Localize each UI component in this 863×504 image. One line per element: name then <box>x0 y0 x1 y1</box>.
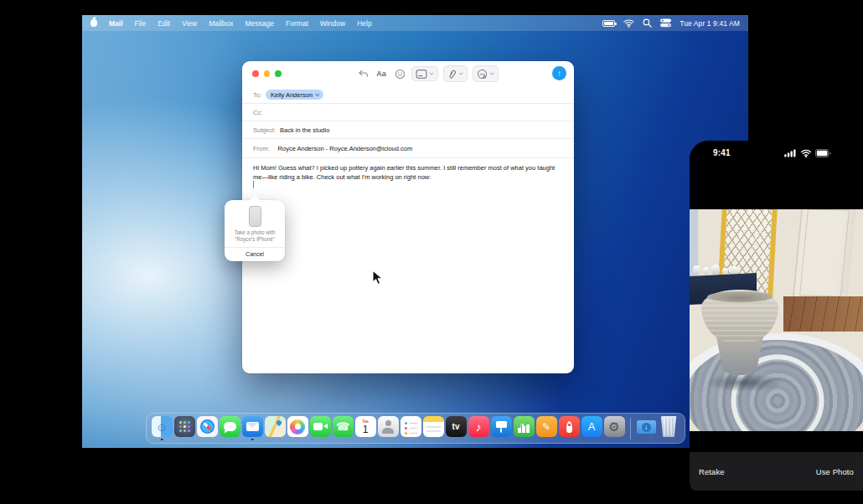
smiley-icon <box>395 69 406 80</box>
dock-icon-notes[interactable] <box>423 416 444 440</box>
camera-circle-icon <box>477 69 488 80</box>
dock-icon-maps[interactable] <box>265 416 286 440</box>
chevron-down-icon <box>458 72 463 75</box>
dock-icon-settings[interactable]: ⚙ <box>604 416 625 440</box>
dock-icon-downloads[interactable] <box>636 416 657 440</box>
control-center-icon[interactable] <box>660 18 671 28</box>
chevron-down-icon <box>429 72 434 75</box>
window-title-bar[interactable]: Aa <box>242 61 574 86</box>
menu-item-view[interactable]: View <box>182 19 197 28</box>
reminders-app-icon <box>400 416 421 437</box>
cancel-button[interactable]: Cancel <box>225 248 285 261</box>
menu-item-mailbox[interactable]: Mailbox <box>209 19 233 28</box>
menu-item-file[interactable]: File <box>135 19 147 28</box>
message-body[interactable]: Hi Mom! Guess what? I picked up pottery … <box>242 158 574 182</box>
send-button[interactable]: ↑ <box>552 66 566 80</box>
music-app-icon: ♪ <box>468 416 489 437</box>
close-button[interactable] <box>252 70 259 77</box>
from-field[interactable]: From: Royce Anderson - Royce.Anderson@ic… <box>242 139 574 158</box>
dock-icon-contacts[interactable] <box>378 416 399 440</box>
dock-icon-messages[interactable] <box>220 416 240 440</box>
menu-bar-clock[interactable]: Tue Apr 1 9:41 AM <box>680 19 740 28</box>
camera-action-bar: Retake Use Photo <box>690 452 863 491</box>
menu-item-message[interactable]: Message <box>245 19 274 28</box>
dock-icon-photos[interactable] <box>287 416 308 440</box>
menu-item-help[interactable]: Help <box>357 19 371 28</box>
tv-app-icon: tv <box>446 416 467 437</box>
facetime-app-icon <box>310 416 331 437</box>
photos-app-icon <box>287 416 308 437</box>
cc-field[interactable]: Cc: <box>242 104 574 121</box>
dock-icon-pages[interactable]: ✎ <box>536 416 557 440</box>
dock-icon-mail[interactable] <box>242 416 263 440</box>
photo-wood-floor <box>783 296 863 332</box>
dock-icon-music[interactable]: ♪ <box>468 416 489 440</box>
wifi-icon[interactable] <box>623 18 634 28</box>
recipient-name: Kelly Anderson <box>271 91 313 99</box>
pages-app-icon: ✎ <box>536 416 557 437</box>
mouse-cursor <box>372 270 383 285</box>
recipient-token[interactable]: Kelly Anderson <box>266 90 323 100</box>
dock-icon-keynote[interactable] <box>491 416 512 440</box>
zoom-button[interactable] <box>275 70 282 77</box>
mail-app-icon <box>242 416 263 437</box>
menu-app-name[interactable]: Mail <box>109 19 123 28</box>
cellular-bars-icon <box>784 149 797 157</box>
photo-letterbox <box>690 431 863 452</box>
emoji-button[interactable] <box>393 67 406 80</box>
dock-icon-launchpad[interactable] <box>174 416 195 440</box>
appstore-glyph: A <box>588 420 596 433</box>
retake-button[interactable]: Retake <box>699 467 725 476</box>
launchpad-app-icon <box>174 416 195 437</box>
dock-icon-trash[interactable] <box>659 416 680 440</box>
paperclip-icon <box>447 69 457 80</box>
menu-item-edit[interactable]: Edit <box>158 19 170 28</box>
apple-menu-icon[interactable] <box>90 19 97 27</box>
appstore-app-icon: A <box>581 416 602 437</box>
photo-browser-button[interactable] <box>411 66 438 81</box>
dock-icon-phone[interactable]: ☎ <box>333 416 354 440</box>
dock-icon-numbers[interactable] <box>514 416 535 440</box>
iphone-icon <box>249 206 261 227</box>
attach-button[interactable] <box>443 65 468 82</box>
menu-bar: Mail FileEditViewMailboxMessageFormatWin… <box>82 15 748 31</box>
dock-icon-rocket[interactable] <box>559 416 580 440</box>
trash-app-icon <box>660 416 678 437</box>
dock-icon-safari[interactable] <box>197 416 218 440</box>
battery-icon <box>815 149 831 157</box>
from-value: Royce Anderson - Royce.Anderson@icloud.c… <box>278 145 413 152</box>
phone-app-icon: ☎ <box>333 416 354 437</box>
photo-picker-icon <box>416 69 427 79</box>
format-button[interactable]: Aa <box>375 67 388 80</box>
mac-desktop: Mail FileEditViewMailboxMessageFormatWin… <box>82 15 748 448</box>
dock-icon-calendar[interactable]: Tue1 <box>355 416 376 440</box>
wifi-icon <box>800 149 812 157</box>
search-icon[interactable] <box>643 18 652 28</box>
maps-app-icon <box>265 416 286 437</box>
notes-app-icon <box>423 416 444 437</box>
minimize-button[interactable] <box>264 70 271 77</box>
dock-icon-facetime[interactable] <box>310 416 331 440</box>
running-indicator-dot <box>161 439 163 441</box>
use-photo-button[interactable]: Use Photo <box>816 467 854 476</box>
chevron-down-icon <box>315 91 320 96</box>
insert-from-iphone-button[interactable] <box>473 65 499 82</box>
keynote-app-icon <box>491 416 512 437</box>
menu-item-format[interactable]: Format <box>286 19 308 28</box>
photo-pot-shadow <box>705 373 783 392</box>
to-field[interactable]: To: Kelly Anderson <box>242 86 574 104</box>
cc-label: Cc: <box>253 109 262 116</box>
battery-icon[interactable] <box>602 20 615 27</box>
dock-icon-tv[interactable]: tv <box>446 416 467 440</box>
subject-value: Back in the studio <box>280 126 329 134</box>
format-label: Aa <box>376 69 386 78</box>
dock-icon-appstore[interactable]: A <box>581 416 602 440</box>
calendar-app-icon: Tue1 <box>355 416 376 437</box>
undo-button[interactable] <box>356 67 369 80</box>
messages-app-icon <box>220 416 240 437</box>
take-photo-popover: Take a photo with “Royce’s iPhone” Cance… <box>225 200 285 261</box>
dock-icon-finder[interactable]: ☺ <box>152 416 173 440</box>
menu-item-window[interactable]: Window <box>320 19 345 28</box>
subject-field[interactable]: Subject: Back in the studio <box>242 121 574 139</box>
dock-icon-reminders[interactable] <box>400 416 421 440</box>
